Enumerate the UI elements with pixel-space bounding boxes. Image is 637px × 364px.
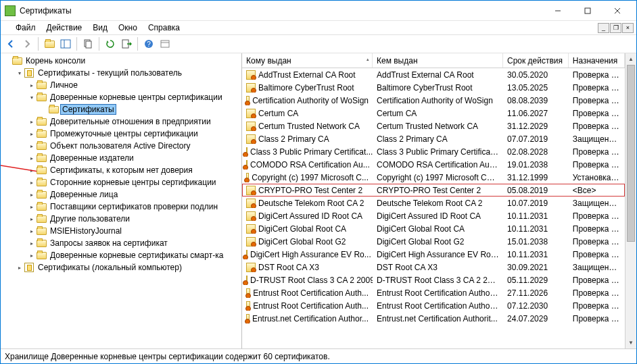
export-button[interactable] bbox=[119, 36, 134, 51]
cell-expiry: 08.08.2039 bbox=[503, 96, 569, 105]
cell-expiry: 31.12.2029 bbox=[503, 122, 569, 131]
tree-root[interactable]: Корень консоли bbox=[3, 55, 241, 67]
cell-expiry: 10.07.2019 bbox=[503, 199, 569, 208]
list-row[interactable]: Certum CACertum CA11.06.2027Проверка под bbox=[242, 107, 625, 120]
cell-purpose: Защищенная bbox=[569, 134, 625, 144]
list-row[interactable]: Entrust Root Certification Auth...Entrus… bbox=[242, 286, 625, 299]
list-row[interactable]: Class 3 Public Primary Certificat...Clas… bbox=[242, 145, 625, 158]
maximize-button[interactable] bbox=[573, 1, 603, 20]
cell-issued-to: DigiCert Global Root CA bbox=[258, 224, 346, 234]
minimize-button[interactable] bbox=[543, 1, 573, 20]
list-pane: Кому выдан Кем выдан Срок действия Назна… bbox=[242, 53, 636, 348]
tree-personal[interactable]: Личное bbox=[28, 79, 241, 91]
menu-help[interactable]: Справка bbox=[143, 22, 185, 33]
close-button[interactable] bbox=[603, 1, 632, 20]
tree-enterprise-trust[interactable]: Доверительные отношения в предприятии bbox=[28, 115, 241, 128]
back-button[interactable] bbox=[3, 36, 18, 51]
cell-issued-by: DST Root CA X3 bbox=[373, 263, 503, 272]
show-tree-button[interactable] bbox=[58, 36, 73, 51]
cell-purpose: Проверка под bbox=[569, 147, 625, 157]
list-row[interactable]: DigiCert Global Root G2DigiCert Global R… bbox=[242, 235, 625, 248]
certificate-icon bbox=[246, 224, 256, 234]
list-row[interactable]: Class 2 Primary CAClass 2 Primary CA07.0… bbox=[242, 132, 625, 145]
cell-expiry: 07.07.2019 bbox=[503, 134, 569, 144]
menu-action[interactable]: Действие bbox=[41, 22, 88, 33]
tree-trusted-publishers[interactable]: Доверенные издатели bbox=[28, 152, 241, 164]
cell-issued-by: CRYPTO-PRO Test Center 2 bbox=[373, 186, 503, 195]
list-row[interactable]: Deutsche Telekom Root CA 2Deutsche Telek… bbox=[242, 197, 625, 209]
tree-trusted-people[interactable]: Доверенные лица bbox=[28, 188, 241, 201]
cell-purpose: Проверка под bbox=[569, 301, 625, 311]
up-button[interactable] bbox=[42, 36, 57, 51]
cell-issued-by: Certum Trusted Network CA bbox=[373, 122, 503, 131]
list-row[interactable]: DST Root CA X3DST Root CA X330.09.2021За… bbox=[242, 261, 625, 274]
mdi-close[interactable]: × bbox=[622, 23, 634, 33]
tree-third-party[interactable]: Сторонние корневые центры сертификации bbox=[28, 176, 241, 188]
cell-expiry: 19.01.2038 bbox=[503, 160, 569, 170]
menu-view[interactable]: Вид bbox=[87, 22, 113, 33]
cell-issued-to: Certification Authority of WoSign bbox=[252, 96, 369, 105]
cell-issued-to: D-TRUST Root Class 3 CA 2 2009 bbox=[250, 276, 373, 285]
certificate-icon bbox=[246, 173, 249, 182]
col-purpose[interactable]: Назначения bbox=[569, 53, 625, 68]
tree-pane: Корень консоли Сертификаты - текущий пол… bbox=[1, 53, 242, 348]
tree-client-auth[interactable]: Поставщики сертификатов проверки подлин bbox=[28, 201, 241, 213]
certificate-icon bbox=[246, 160, 247, 170]
list-header: Кому выдан Кем выдан Срок действия Назна… bbox=[242, 53, 625, 68]
tree-intermediate[interactable]: Промежуточные центры сертификации bbox=[28, 128, 241, 140]
refresh-button[interactable] bbox=[103, 36, 118, 51]
tree-certs-local[interactable]: Сертификаты (локальный компьютер) bbox=[16, 261, 241, 274]
list-row[interactable]: Certum Trusted Network CACertum Trusted … bbox=[242, 120, 625, 132]
list-row[interactable]: Entrust.net Certification Author...Entru… bbox=[242, 312, 625, 325]
tree-trusted-root[interactable]: Доверенные корневые центры сертификации bbox=[28, 91, 241, 103]
list-row[interactable]: CRYPTO-PRO Test Center 2CRYPTO-PRO Test … bbox=[242, 184, 625, 197]
list-row[interactable]: AddTrust External CA RootAddTrust Extern… bbox=[242, 68, 625, 81]
scroll-up-icon[interactable]: ▲ bbox=[626, 53, 636, 65]
mdi-restore[interactable]: ❐ bbox=[610, 23, 621, 33]
col-expiry[interactable]: Срок действия bbox=[503, 53, 569, 68]
list-row[interactable]: DigiCert High Assurance EV Ro...DigiCert… bbox=[242, 248, 625, 261]
help-button[interactable]: ? bbox=[141, 36, 156, 51]
list-row[interactable]: Copyright (c) 1997 Microsoft C...Copyrig… bbox=[242, 171, 625, 184]
tree-untrusted[interactable]: Сертификаты, к которым нет доверия bbox=[28, 164, 241, 176]
cell-expiry: 27.11.2026 bbox=[503, 288, 569, 298]
menu-file[interactable]: Файл bbox=[10, 22, 41, 33]
cell-expiry: 07.12.2030 bbox=[503, 301, 569, 311]
certificate-icon bbox=[246, 250, 247, 259]
cell-expiry: 30.05.2020 bbox=[503, 70, 569, 80]
list-row[interactable]: Baltimore CyberTrust RootBaltimore Cyber… bbox=[242, 81, 625, 94]
tree-cert-requests[interactable]: Запросы заявок на сертификат bbox=[28, 237, 241, 249]
cell-issued-to: Certum Trusted Network CA bbox=[258, 122, 360, 131]
cell-purpose: Проверка под bbox=[569, 250, 625, 259]
vertical-scrollbar[interactable]: ▲ ▼ bbox=[625, 53, 636, 348]
tree-certs-user[interactable]: Сертификаты - текущий пользователь bbox=[16, 67, 241, 79]
list-row[interactable]: DigiCert Assured ID Root CADigiCert Assu… bbox=[242, 209, 625, 222]
mdi-minimize[interactable]: _ bbox=[598, 23, 609, 33]
scroll-thumb[interactable] bbox=[627, 65, 635, 242]
list-row[interactable]: COMODO RSA Certification Au...COMODO RSA… bbox=[242, 158, 625, 171]
cell-issued-to: DigiCert High Assurance EV Ro... bbox=[250, 250, 371, 259]
tree-smartcard-trusted[interactable]: Доверенные корневые сертификаты смарт-ка bbox=[28, 249, 241, 261]
tree-certificates[interactable]: Сертификаты bbox=[40, 103, 241, 115]
scroll-down-icon[interactable]: ▼ bbox=[626, 337, 636, 348]
properties-button[interactable] bbox=[158, 36, 172, 51]
list-row[interactable]: D-TRUST Root Class 3 CA 2 2009D-TRUST Ro… bbox=[242, 274, 625, 286]
certificate-icon bbox=[246, 301, 250, 311]
tree-ad-object[interactable]: Объект пользователя Active Directory bbox=[28, 140, 241, 152]
list-row[interactable]: Certification Authority of WoSignCertifi… bbox=[242, 94, 625, 107]
list-row[interactable]: DigiCert Global Root CADigiCert Global R… bbox=[242, 222, 625, 235]
cell-expiry: 02.08.2028 bbox=[503, 147, 569, 157]
tree-other-users[interactable]: Другие пользователи bbox=[28, 213, 241, 225]
certificate-icon bbox=[246, 314, 250, 323]
col-issued-by[interactable]: Кем выдан bbox=[373, 53, 503, 68]
cell-expiry: 05.11.2029 bbox=[503, 276, 569, 285]
forward-button[interactable] bbox=[20, 36, 34, 51]
col-issued-to[interactable]: Кому выдан bbox=[242, 53, 373, 68]
menu-window[interactable]: Окно bbox=[113, 22, 143, 33]
list-row[interactable]: Entrust Root Certification Auth...Entrus… bbox=[242, 299, 625, 312]
certificate-icon bbox=[246, 122, 256, 131]
tree-msie[interactable]: MSIEHistoryJournal bbox=[28, 225, 241, 237]
svg-rect-4 bbox=[61, 40, 70, 48]
copy-button[interactable] bbox=[80, 36, 95, 51]
cell-issued-by: Entrust Root Certification Authority bbox=[373, 288, 503, 298]
